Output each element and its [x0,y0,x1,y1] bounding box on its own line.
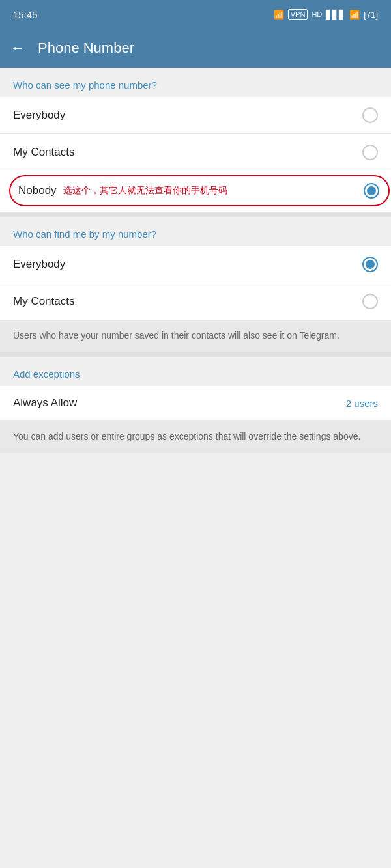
option-mycontacts-find[interactable]: My Contacts [0,283,391,320]
section2-label: Who can find me by my number? [0,217,391,246]
radio-mycontacts-find[interactable] [362,294,378,309]
section2-options: Everybody My Contacts [0,246,391,320]
section2-info: Users who have your number saved in thei… [0,320,391,352]
always-allow-row[interactable]: Always Allow 2 users [0,386,391,421]
option-mycontacts-find-label: My Contacts [13,295,74,308]
radio-everybody-find[interactable] [362,257,378,272]
section1-options: Everybody My Contacts Nobody 选这个，其它人就无法查… [0,97,391,212]
always-allow-count: 2 users [346,398,378,409]
nobody-label: Nobody [18,184,57,197]
exceptions-info: You can add users or entire groups as ex… [0,421,391,453]
option-everybody-find[interactable]: Everybody [0,246,391,283]
signal-icon: ▋▋▋ [326,10,345,20]
empty-space [0,453,391,713]
divider2 [0,352,391,357]
option-mycontacts-phone-label: My Contacts [13,146,74,159]
page-title: Phone Number [38,40,134,57]
vpn-badge: VPN [288,9,308,20]
nobody-annotation: 选这个，其它人就无法查看你的手机号码 [63,185,227,197]
status-time: 15:45 [13,9,38,20]
nobody-oval: Nobody 选这个，其它人就无法查看你的手机号码 [9,175,390,206]
top-bar: ← Phone Number [0,29,391,68]
always-allow-label: Always Allow [13,397,77,410]
option-mycontacts-phone[interactable]: My Contacts [0,134,391,171]
content: Who can see my phone number? Everybody M… [0,68,391,713]
option-everybody-phone-label: Everybody [13,109,65,122]
option-everybody-find-label: Everybody [13,258,65,271]
option-nobody-row[interactable]: Nobody 选这个，其它人就无法查看你的手机号码 [0,171,391,212]
add-exceptions-label[interactable]: Add exceptions [0,357,391,386]
wifi-icon: 📶 [349,10,360,20]
radio-everybody-phone[interactable] [362,107,378,123]
option-everybody-phone[interactable]: Everybody [0,97,391,134]
section1-label: Who can see my phone number? [0,68,391,97]
back-button[interactable]: ← [10,40,25,57]
battery-icon: [71] [364,10,378,20]
radio-mycontacts-phone[interactable] [362,145,378,160]
nobody-content: Nobody 选这个，其它人就无法查看你的手机号码 [18,184,364,197]
bluetooth-icon: 📶 [274,10,284,20]
status-bar: 15:45 📶 VPN HD ▋▋▋ 📶 [71] [0,0,391,29]
status-icons: 📶 VPN HD ▋▋▋ 📶 [71] [274,9,378,20]
divider1 [0,212,391,217]
hd-badge: HD [311,10,322,18]
radio-nobody[interactable] [364,183,379,199]
